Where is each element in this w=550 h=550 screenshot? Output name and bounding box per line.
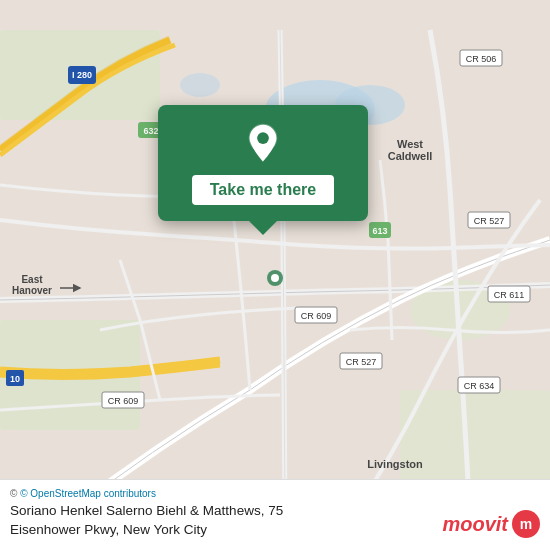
- svg-point-36: [271, 274, 279, 282]
- map-container: 632 I 280 CR 506 CR 527 CR 611 CR 609 CR…: [0, 0, 550, 550]
- svg-text:CR 527: CR 527: [346, 357, 377, 367]
- svg-text:Caldwell: Caldwell: [388, 150, 433, 162]
- svg-text:632: 632: [143, 126, 158, 136]
- svg-rect-5: [400, 390, 550, 490]
- svg-text:CR 506: CR 506: [466, 54, 497, 64]
- svg-text:CR 609: CR 609: [108, 396, 139, 406]
- svg-text:Livingston: Livingston: [367, 458, 423, 470]
- svg-text:I 280: I 280: [72, 70, 92, 80]
- svg-text:Hanover: Hanover: [12, 285, 52, 296]
- take-me-there-button[interactable]: Take me there: [192, 175, 334, 205]
- svg-text:CR 634: CR 634: [464, 381, 495, 391]
- copyright-symbol: ©: [10, 488, 17, 499]
- osm-link[interactable]: © OpenStreetMap contributors: [20, 488, 156, 499]
- osm-credit: © © OpenStreetMap contributors: [10, 488, 540, 499]
- svg-point-38: [257, 132, 269, 144]
- svg-text:CR 527: CR 527: [474, 216, 505, 226]
- moovit-text: moovit: [442, 513, 508, 536]
- location-pin-icon: [242, 123, 284, 165]
- map-roads: 632 I 280 CR 506 CR 527 CR 611 CR 609 CR…: [0, 0, 550, 550]
- svg-point-2: [180, 73, 220, 97]
- svg-text:CR 611: CR 611: [494, 290, 525, 300]
- svg-text:10: 10: [10, 374, 20, 384]
- moovit-icon: m: [512, 510, 540, 538]
- moovit-logo: moovit m: [442, 510, 540, 538]
- svg-text:613: 613: [372, 226, 387, 236]
- address-line1: Soriano Henkel Salerno Biehl & Matthews,…: [10, 503, 283, 518]
- svg-text:CR 609: CR 609: [301, 311, 332, 321]
- popup-card: Take me there: [158, 105, 368, 221]
- svg-text:West: West: [397, 138, 423, 150]
- address-line2: Eisenhower Pkwy, New York City: [10, 522, 207, 537]
- svg-text:East: East: [21, 274, 43, 285]
